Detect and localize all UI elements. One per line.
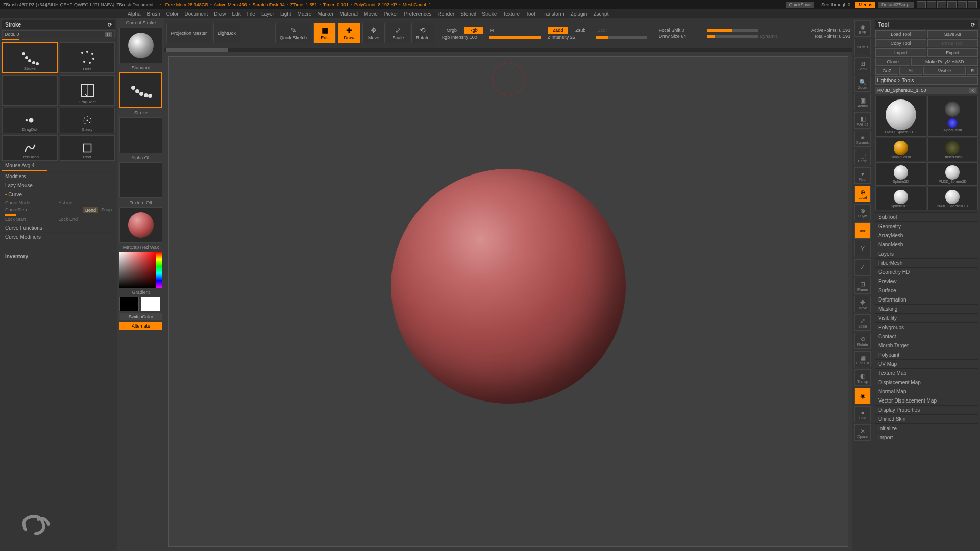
scale-button[interactable]: ⤢Scale (387, 23, 409, 43)
dynamic-label[interactable]: Dynamic (760, 34, 778, 39)
zcut-button[interactable]: Zcut (593, 27, 612, 34)
acc-masking[interactable]: Masking (875, 304, 978, 313)
tool-name-field[interactable]: PM3D_Sphere3D_1. 50 R (875, 87, 978, 94)
menu-draw[interactable]: Draw (214, 11, 226, 17)
menu-document[interactable]: Document (185, 11, 208, 17)
acc-polypaint[interactable]: Polypaint (875, 350, 978, 359)
acc-nanomesh[interactable]: NanoMesh (875, 240, 978, 249)
acc-displacementmap[interactable]: Displacement Map (875, 378, 978, 387)
rotate-button[interactable]: ⟲Rotate (411, 23, 434, 43)
acc-arraymesh[interactable]: ArrayMesh (875, 231, 978, 240)
persp-button[interactable]: ⬚Persp (854, 149, 871, 165)
dynamic-button[interactable]: ≡Dynamic (854, 131, 871, 147)
r-button[interactable]: R (105, 32, 113, 37)
floor-button[interactable]: ▾Floor (854, 167, 871, 184)
menu-light[interactable]: Light (280, 11, 291, 17)
edit-button[interactable]: ▦Edit (313, 23, 336, 43)
tool-pm3d-sphere3d[interactable]: PM3D_Sphere3D (927, 162, 978, 186)
tool-sphere3d[interactable]: Sphere3D (875, 162, 926, 186)
seethrough-slider[interactable]: See-through 0 (821, 2, 850, 7)
canvas[interactable] (168, 56, 848, 547)
menu-material[interactable]: Material (340, 11, 358, 17)
tool-pm3d-sphere3d-1[interactable]: PM3D_Sphere3D_1 (927, 187, 978, 210)
menu-render[interactable]: Render (438, 11, 455, 17)
menu-preferences[interactable]: Preferences (404, 11, 432, 17)
mouse-avg[interactable]: Mouse Avg 4 (2, 161, 115, 170)
copy-tool-button[interactable]: Copy Tool (875, 39, 926, 47)
acc-layers[interactable]: Layers (875, 249, 978, 258)
modifiers-section[interactable]: Modifiers (2, 171, 115, 181)
acc-uvmap[interactable]: UV Map (875, 359, 978, 368)
menu-stencil[interactable]: Stencil (460, 11, 476, 17)
all-button[interactable]: All (899, 67, 922, 75)
export-button[interactable]: Export (927, 48, 978, 57)
projection-master-button[interactable]: Projection Master (166, 23, 211, 43)
acc-contact[interactable]: Contact (875, 332, 978, 341)
lazy-mouse-section[interactable]: Lazy Mouse (2, 181, 115, 190)
stroke-type-spray[interactable]: Spray (60, 108, 115, 133)
paste-tool-button[interactable]: Paste Tool (927, 39, 978, 47)
snap[interactable]: Snap (98, 207, 112, 213)
stroke-type-freehand[interactable]: FreeHand (2, 135, 58, 161)
refresh-icon[interactable]: ⟳ (108, 22, 112, 28)
stroke-slot[interactable] (119, 72, 162, 108)
bend[interactable]: Bend (83, 207, 98, 213)
stroke-type-stroke[interactable]: Stroke (2, 42, 58, 73)
tool-sphere3d-main[interactable]: PM3D_Sphere3D_1 (875, 96, 926, 137)
zadd-button[interactable]: Zadd (548, 27, 569, 34)
acc-displayprops[interactable]: Display Properties (875, 405, 978, 414)
stroke-type-dots[interactable]: Dots (60, 42, 115, 73)
window-btn-1[interactable] (917, 1, 926, 8)
acc-preview[interactable]: Preview (875, 277, 978, 286)
quick-sketch-button[interactable]: ✎Quick Sketch (275, 23, 311, 43)
tool-simplebrush[interactable]: SimpleBrush (875, 138, 926, 161)
inventory-section[interactable]: Inventory (2, 252, 115, 261)
load-tool-button[interactable]: Load Tool (875, 30, 926, 38)
actual-button[interactable]: ▣Actual (854, 94, 871, 110)
lsym-button[interactable]: ⊗LSym (854, 204, 871, 220)
menu-file[interactable]: File (247, 11, 255, 17)
r-goz-button[interactable]: R (967, 67, 978, 75)
menu-brush[interactable]: Brush (147, 11, 160, 17)
as-line[interactable]: AsLine (59, 200, 112, 205)
make-polymesh-button[interactable]: Make PolyMesh3D (911, 58, 978, 66)
curve-section[interactable]: Curve (2, 190, 115, 199)
window-btn-2[interactable] (927, 1, 936, 8)
stroke-type-rect[interactable]: Rect (60, 135, 115, 161)
rgb-button[interactable]: Rgb (464, 27, 483, 34)
gradient-label[interactable]: Gradient (119, 290, 162, 295)
scroll-button[interactable]: ⊞Scroll (854, 57, 871, 73)
import-button[interactable]: Import (875, 48, 926, 57)
menu-zplugin[interactable]: Zplugin (571, 11, 587, 17)
goz-button[interactable]: GoZ (875, 67, 898, 75)
window-close[interactable] (968, 1, 977, 8)
tool-sphere3d-1[interactable]: Sphere3D_1 (875, 187, 926, 210)
menu-texture[interactable]: Texture (503, 11, 520, 17)
menus-button[interactable]: Menus (855, 2, 875, 8)
linefill-button[interactable]: ▦Line Fill (854, 351, 871, 367)
clone-button[interactable]: Clone (875, 58, 910, 66)
acc-texturemap[interactable]: Texture Map (875, 368, 978, 378)
quicksave-button[interactable]: QuickSave (786, 2, 814, 8)
texture-slot[interactable] (119, 162, 162, 198)
primary-color-swatch[interactable] (141, 297, 160, 311)
tool-alphabrush[interactable]: AlphaBrush (927, 96, 978, 137)
secondary-color-swatch[interactable] (119, 297, 139, 311)
save-as-button[interactable]: Save As (927, 30, 978, 38)
acc-visibility[interactable]: Visibility (875, 313, 978, 322)
curve-mode[interactable]: Curve Mode (5, 200, 59, 205)
sphere-mesh[interactable] (391, 169, 626, 404)
draw-size-slider[interactable]: Draw Size 64 (659, 34, 705, 39)
default-script[interactable]: DefaultZScript (878, 2, 914, 8)
tool-eraserbrush[interactable]: EraserBrush (927, 138, 978, 161)
window-minimize[interactable] (947, 1, 957, 8)
solo-button[interactable]: ●Solo (854, 406, 871, 422)
window-maximize[interactable] (958, 1, 967, 8)
acc-import[interactable]: Import (875, 433, 978, 442)
transp-button[interactable]: ◐Transp (854, 369, 871, 386)
menu-tool[interactable]: Tool (526, 11, 535, 17)
window-btn-3[interactable] (937, 1, 946, 8)
focal-shift-slider[interactable]: Focal Shift 0 (659, 28, 705, 33)
z-intensity-slider[interactable]: Z Intensity 25 (548, 35, 594, 40)
curve-functions[interactable]: Curve Functions (2, 223, 115, 232)
